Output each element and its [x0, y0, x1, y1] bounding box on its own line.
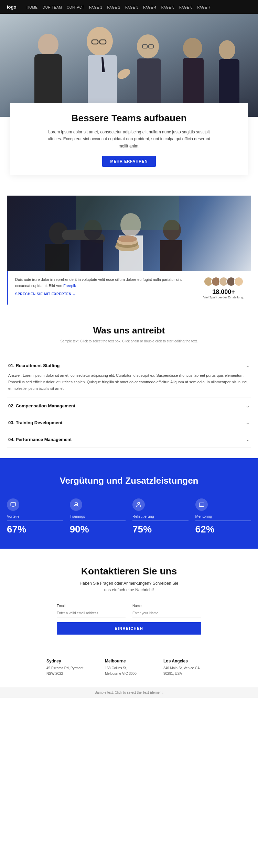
office-city-la: Los Angeles	[163, 659, 212, 663]
benefit-icon-mentoring	[195, 498, 208, 511]
benefit-label-rekrutierung: Rekrutierung	[132, 514, 154, 518]
name-label: Name	[132, 604, 201, 608]
nav-contact[interactable]: CONTACT	[67, 6, 84, 9]
avatar-row	[204, 277, 244, 286]
benefit-divider	[7, 520, 63, 521]
svg-point-36	[75, 503, 77, 505]
nav-page6[interactable]: PAGE 6	[179, 6, 192, 9]
submit-button[interactable]: EINREICHEN	[57, 622, 201, 635]
stats-right: 18.000+ Viel Spaß bei der Einstellung.	[203, 277, 244, 299]
office-sydney: Sydney 45 Pirrama Rd, PyrmontNSW 2022	[46, 659, 95, 677]
nav-page5[interactable]: PAGE 5	[161, 6, 174, 9]
accordion-title-1: 01. Recruitment Staffing	[8, 363, 60, 368]
email-label: Email	[57, 604, 126, 608]
nav-page7[interactable]: PAGE 7	[197, 6, 210, 9]
svg-point-16	[219, 40, 235, 59]
office-melbourne: Melbourne 163 Collins St,Melbourne VIC 3…	[105, 659, 153, 677]
chevron-down-icon: ⌄	[246, 437, 250, 442]
was-sample-text: Sample text. Click to select the text bo…	[7, 339, 251, 343]
name-group: Name	[132, 604, 201, 617]
benefit-divider	[195, 520, 251, 521]
contact-subtitle: Haben Sie Fragen oder Anmerkungen? Schre…	[77, 580, 181, 593]
nav-page4[interactable]: PAGE 4	[143, 6, 156, 9]
chevron-down-icon: ⌄	[246, 420, 250, 425]
svg-rect-32	[76, 196, 179, 230]
office-address-sydney: 45 Pirrama Rd, PyrmontNSW 2022	[46, 666, 95, 677]
benefit-percent-trainings: 90%	[70, 524, 89, 535]
freepik-link[interactable]: Freepik	[63, 284, 76, 288]
email-group: Email	[57, 604, 126, 617]
footer-note: Sample text. Click to select the Text El…	[0, 687, 258, 698]
stats-text: Duis aute irure dolor in reprehenderit i…	[15, 277, 203, 297]
hero-cta-button[interactable]: MEHR ERFAHREN	[102, 156, 156, 167]
accordion-item-1: 01. Recruitment Staffing ⌄ Answer. Lorem…	[7, 357, 251, 397]
accordion-header-4[interactable]: 04. Performance Management ⌄	[8, 437, 250, 442]
contact-title: Kontaktieren Sie uns	[14, 566, 244, 577]
contact-section: Kontaktieren Sie uns Haben Sie Fragen od…	[0, 549, 258, 648]
hero-image	[0, 14, 258, 117]
was-title: Was uns antreibt	[7, 325, 251, 336]
svg-point-14	[183, 38, 202, 58]
accordion-header-1[interactable]: 01. Recruitment Staffing ⌄	[8, 363, 250, 368]
benefits-title: Vergütung und Zusatzleistungen	[7, 475, 251, 486]
benefit-divider	[132, 520, 189, 521]
benefit-item-trainings: Trainings 90%	[70, 498, 126, 535]
svg-rect-27	[160, 240, 182, 271]
office-city-sydney: Sydney	[46, 659, 95, 663]
accordion: 01. Recruitment Staffing ⌄ Answer. Lorem…	[7, 357, 251, 448]
svg-point-39	[138, 502, 140, 504]
chevron-down-icon: ⌄	[246, 403, 250, 408]
svg-point-31	[118, 235, 137, 242]
contact-form: Email Name EINREICHEN	[57, 604, 201, 635]
hero-title: Bessere Teams aufbauen	[24, 113, 234, 124]
benefit-divider	[70, 520, 126, 521]
svg-point-37	[77, 503, 78, 504]
benefit-icon-trainings	[70, 498, 82, 511]
accordion-header-3[interactable]: 03. Training Development ⌄	[8, 420, 250, 425]
accordion-item-4: 04. Performance Management ⌄	[7, 431, 251, 448]
benefit-label-vorteile: Vorteile	[7, 514, 20, 518]
navbar: logo HOME OUR TEAM CONTACT PAGE 1 PAGE 2…	[0, 0, 258, 14]
office-address-melbourne: 163 Collins St,Melbourne VIC 3000	[105, 666, 153, 677]
stats-number: 18.000+	[212, 288, 235, 296]
teamwork-section	[7, 196, 251, 271]
accordion-title-4: 04. Performance Management	[8, 437, 72, 442]
logo: logo	[7, 4, 16, 10]
hero-description: Lorem ipsum dolor sit amet, consectetur …	[43, 129, 215, 150]
benefit-label-trainings: Trainings	[70, 514, 85, 518]
accordion-item-2: 02. Compensation Management ⌄	[7, 397, 251, 414]
benefits-section: Vergütung und Zusatzleistungen Vorteile …	[0, 458, 258, 549]
benefit-item-mentoring: Mentoring 62%	[195, 498, 251, 535]
svg-rect-40	[199, 503, 204, 507]
benefit-item-vorteile: Vorteile 67%	[7, 498, 63, 535]
avatar	[234, 277, 244, 286]
accordion-title-2: 02. Compensation Management	[8, 403, 75, 408]
benefit-percent-vorteile: 67%	[7, 524, 26, 535]
svg-rect-21	[45, 244, 69, 271]
svg-rect-23	[80, 240, 103, 271]
experts-link[interactable]: SPRECHEN SIE MIT EXPERTEN →	[15, 292, 196, 297]
teamwork-image	[7, 196, 251, 271]
office-address-la: 340 Main St, Venice CA90291, USA	[163, 666, 212, 677]
name-input[interactable]	[132, 609, 201, 617]
chevron-up-icon: ⌄	[246, 363, 250, 368]
stats-row: Duis aute irure dolor in reprehenderit i…	[7, 271, 251, 305]
svg-rect-33	[11, 502, 15, 506]
benefit-icon-rekrutierung	[132, 498, 145, 511]
benefit-percent-rekrutierung: 75%	[132, 524, 152, 535]
form-row: Email Name	[57, 604, 201, 617]
nav-page3[interactable]: PAGE 3	[125, 6, 138, 9]
benefit-label-mentoring: Mentoring	[195, 514, 212, 518]
email-input[interactable]	[57, 609, 126, 617]
office-city-melbourne: Melbourne	[105, 659, 153, 663]
benefit-item-rekrutierung: Rekrutierung 75%	[132, 498, 189, 535]
accordion-title-3: 03. Training Development	[8, 420, 63, 425]
stats-label: Viel Spaß bei der Einstellung.	[203, 296, 244, 299]
offices-section: Sydney 45 Pirrama Rd, PyrmontNSW 2022 Me…	[0, 648, 258, 687]
accordion-header-2[interactable]: 02. Compensation Management ⌄	[8, 403, 250, 408]
nav-home[interactable]: HOME	[26, 6, 37, 9]
nav-links: HOME OUR TEAM CONTACT PAGE 1 PAGE 2 PAGE…	[26, 4, 210, 10]
nav-our-team[interactable]: OUR TEAM	[42, 6, 62, 9]
nav-page1[interactable]: PAGE 1	[89, 6, 102, 9]
nav-page2[interactable]: PAGE 2	[107, 6, 120, 9]
